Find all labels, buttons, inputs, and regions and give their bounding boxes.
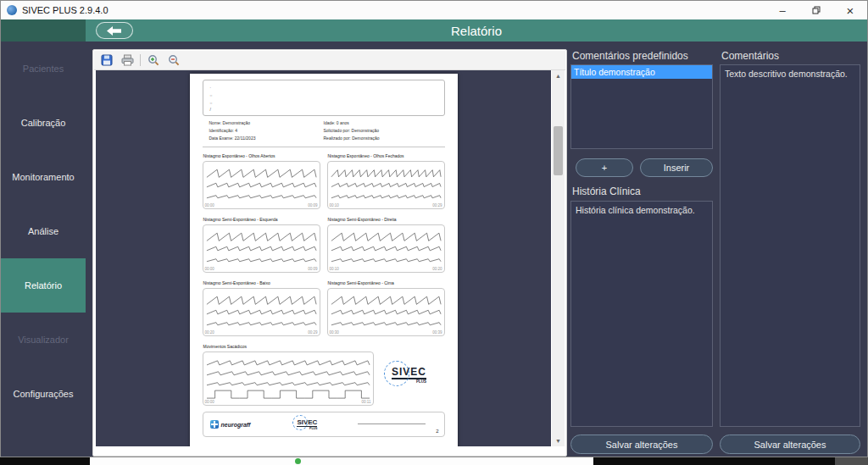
save-report-button[interactable]	[99, 53, 114, 68]
patient-name: Nome: Demonstração	[209, 119, 324, 127]
header-left-segment	[1, 19, 86, 42]
sidebar-item-visualizador[interactable]: Visualizador	[1, 313, 86, 367]
sidebar-item-monitoramento[interactable]: Monitoramento	[1, 150, 86, 204]
chart-time-start: 00:10	[330, 267, 339, 271]
report-page: . ,, ,, / Nome: Demonstração Identificaç…	[190, 74, 458, 446]
back-arrow-icon	[107, 26, 122, 36]
scrollbar-thumb[interactable]	[554, 126, 563, 175]
predefined-comments-list[interactable]: Título demonstração	[570, 64, 713, 149]
chart-time-end: 00:29	[432, 203, 442, 208]
preview-viewport: . ,, ,, / Nome: Demonstração Identificaç…	[96, 70, 551, 446]
sivec-globe-icon	[292, 415, 308, 430]
app-window: SIVEC PLUS 2.9.4.0 – × Relatório Pacient…	[0, 0, 868, 457]
chart-title: Movimentos Sacádicos	[203, 344, 374, 349]
page-number: 2	[436, 429, 438, 434]
window-title: SIVEC PLUS 2.9.4.0	[22, 5, 108, 15]
restore-icon	[812, 6, 821, 14]
letterhead-line: .	[210, 83, 437, 91]
zoom-in-icon	[147, 54, 159, 66]
chart-title: Nistagmo Semi-Espontâneo - Esquerda	[203, 217, 320, 222]
scroll-up-icon[interactable]: ▲	[552, 70, 565, 81]
signature-line	[358, 423, 426, 424]
zoom-out-button[interactable]	[166, 53, 181, 68]
chart-title: Nistagmo Semi-Espontâneo - Direita	[328, 217, 445, 222]
zoom-out-icon	[168, 54, 180, 66]
report-chart: Nistagmo Semi-Espontâneo - Esquerda00:00…	[203, 213, 320, 273]
sidebar-item-análise[interactable]: Análise	[1, 204, 86, 258]
clinical-history-title: História Clínica	[572, 185, 641, 197]
save-comments-button[interactable]: Salvar alterações	[720, 435, 860, 454]
chart-time-end: 00:39	[432, 330, 442, 335]
print-report-button[interactable]	[120, 53, 135, 68]
chart-time-start: 00:30	[330, 330, 339, 335]
sidebar-item-configurações[interactable]: Configurações	[1, 367, 86, 421]
letterhead-box: . ,, ,, /	[203, 80, 445, 116]
waveform-icon	[328, 225, 444, 272]
scroll-down-icon[interactable]: ▼	[552, 435, 565, 446]
saccadic-chart-slot: Movimentos Sacádicos00:0000:11	[203, 340, 374, 410]
insert-comment-button[interactable]: Inserir	[640, 158, 713, 177]
chart-time-start: 00:00	[205, 203, 214, 208]
close-button[interactable]: ×	[833, 1, 867, 19]
report-chart: Nistagmo Espontâneo - Olhos Fechados00:1…	[327, 150, 445, 209]
sivec-logo: SIVEC PLUS	[392, 367, 426, 384]
sivec-footer-logo: SIVEC PLUS	[297, 418, 317, 430]
minimize-button[interactable]: –	[765, 1, 799, 19]
background-window	[90, 457, 593, 465]
charts-grid: Nistagmo Espontâneo - Olhos Abertos00:00…	[203, 150, 445, 340]
waveform-icon	[203, 162, 320, 208]
neurograff-icon	[210, 420, 219, 429]
add-comment-button[interactable]: +	[576, 158, 633, 177]
letterhead-line: ,,	[210, 98, 437, 106]
letterhead-line: /	[210, 106, 437, 113]
app-icon	[7, 5, 17, 15]
preview-scrollbar[interactable]: ▲ ▼	[552, 70, 565, 446]
chart-time-start: 00:20	[205, 330, 214, 335]
sidebar: PacientesCalibraçãoMonitoramentoAnáliseR…	[1, 42, 86, 455]
chart-time-end: 00:11	[362, 400, 371, 404]
report-chart: Nistagmo Semi-Espontâneo - Direita00:100…	[327, 213, 445, 273]
close-icon: ×	[847, 3, 854, 18]
chart-title: Nistagmo Semi-Espontâneo - Baixo	[203, 280, 320, 285]
neurograff-text: neurograff	[221, 422, 251, 428]
chart-time-start: 00:10	[330, 203, 339, 208]
zoom-in-button[interactable]	[146, 53, 161, 68]
exam-date: Data Exame: 22/11/2023	[209, 135, 324, 142]
chart-title: Nistagmo Espontâneo - Olhos Fechados	[328, 153, 445, 158]
chart-time-end: 00:20	[432, 267, 442, 271]
waveform-icon	[328, 162, 444, 208]
saccadic-row: Movimentos Sacádicos00:0000:11 SIVEC PLU…	[203, 340, 445, 410]
save-icon	[101, 54, 113, 66]
neurograff-logo: neurograff	[210, 420, 251, 429]
predefined-comment-item[interactable]: Título demonstração	[571, 65, 712, 79]
chart-time-start: 00:00	[205, 267, 214, 271]
clinical-history-textarea[interactable]: História clínica demonstração.	[570, 201, 713, 427]
comments-title: Comentários	[721, 50, 779, 62]
toolbar-separator	[140, 54, 141, 66]
preview-toolbar	[94, 51, 565, 70]
comments-textarea[interactable]: Texto descritivo demonstração.	[720, 64, 860, 427]
sidebar-item-pacientes[interactable]: Pacientes	[1, 42, 86, 96]
patient-age: Idade: 0 anos	[324, 119, 438, 127]
report-chart: Movimentos Sacádicos00:0000:11	[203, 344, 374, 406]
background-window-strip	[0, 457, 868, 465]
report-footer: neurograff SIVEC PLUS 2	[203, 412, 445, 437]
back-button[interactable]	[96, 22, 133, 39]
background-taskbar-segment	[835, 457, 868, 465]
page-header: Relatório	[1, 19, 867, 42]
waveform-icon	[328, 289, 444, 335]
patient-info: Nome: Demonstração Identificação: 4 Data…	[203, 116, 445, 147]
save-history-button[interactable]: Salvar alterações	[570, 435, 713, 454]
chart-time-end: 00:29	[308, 330, 317, 335]
requested-by: Solicitado por: Demonstração	[324, 127, 438, 135]
report-chart: Nistagmo Semi-Espontâneo - Cima00:3000:3…	[327, 277, 445, 336]
chart-title: Nistagmo Espontâneo - Olhos Abertos	[203, 153, 320, 158]
report-chart: Nistagmo Semi-Espontâneo - Baixo00:2000:…	[203, 277, 320, 336]
sidebar-item-calibração[interactable]: Calibração	[1, 96, 86, 150]
print-icon	[121, 54, 134, 66]
sidebar-item-relatório[interactable]: Relatório	[1, 258, 86, 313]
minimize-icon: –	[779, 4, 785, 17]
predefined-comments-title: Comentários predefinidos	[572, 50, 688, 62]
restore-button[interactable]	[799, 1, 833, 19]
patient-id: Identificação: 4	[209, 127, 324, 135]
